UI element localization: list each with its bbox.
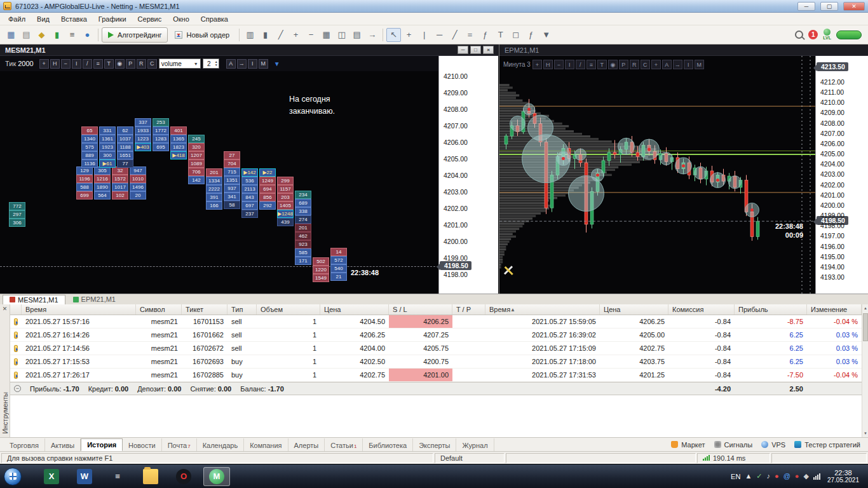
chart-toolbar-button[interactable]: ◉ bbox=[115, 59, 125, 69]
toolbox-tab-Статьи[interactable]: Статьи1 bbox=[325, 438, 363, 451]
network-icon[interactable] bbox=[813, 473, 820, 480]
chart-toolbar-button[interactable]: I bbox=[684, 60, 693, 69]
toolbox-tab-Журнал[interactable]: Журнал bbox=[456, 438, 494, 451]
taskbar-app-opera[interactable]: O bbox=[170, 467, 197, 486]
column-header[interactable]: Символ bbox=[136, 304, 182, 315]
column-header[interactable]: Цена bbox=[320, 304, 389, 315]
toolbox-tab-Алерты[interactable]: Алерты bbox=[288, 438, 325, 451]
chart-toolbar-button[interactable]: T bbox=[104, 59, 114, 69]
price-axis-epm21[interactable]: 4213.50 4198.50 4212.004211.004210.00420… bbox=[815, 56, 868, 294]
chart-toolbar-button[interactable]: → bbox=[673, 60, 682, 69]
profiles-icon[interactable]: ▤ bbox=[19, 28, 34, 42]
candle-chart-plot[interactable]: Минута 3 +H−I/≡T◉PRC+A→IM 22:38:4800:09 bbox=[499, 56, 815, 294]
volume-dropdown[interactable]: volume ▼ bbox=[159, 58, 201, 69]
toolbox-tab-Эксперты[interactable]: Эксперты bbox=[413, 438, 456, 451]
objects-dropdown-icon[interactable]: ▼ bbox=[539, 28, 553, 42]
history-row[interactable]: 2021.05.27 17:14:56mesm2116702672sell142… bbox=[10, 342, 862, 355]
start-button[interactable] bbox=[4, 468, 22, 485]
chart-toolbar-button[interactable]: + bbox=[39, 59, 49, 69]
footprint-chart-plot[interactable]: На сегодня заканчиваю. 22:38:48 77229730… bbox=[0, 71, 438, 294]
contacts-icon[interactable]: ● bbox=[80, 28, 95, 42]
autoscroll-icon[interactable]: → bbox=[365, 28, 379, 42]
chart-toolbar-button[interactable]: + bbox=[532, 60, 542, 69]
data-window-icon[interactable]: ≡ bbox=[65, 28, 79, 42]
price-axis-mesm21[interactable]: 4198.50 4210.004209.004208.004207.004206… bbox=[438, 56, 498, 294]
column-header[interactable]: Изменение bbox=[807, 304, 862, 315]
column-header[interactable]: Комиссия bbox=[668, 304, 735, 315]
menu-item[interactable]: Графики bbox=[93, 13, 132, 25]
chart-toolbar-button[interactable]: H bbox=[543, 60, 553, 69]
chart-toolbar-button[interactable]: C bbox=[641, 60, 650, 69]
collapse-summary-icon[interactable]: − bbox=[14, 385, 21, 392]
volume-spinner[interactable]: 2 ▲▼ bbox=[203, 58, 219, 69]
chart-toolbar-button[interactable]: M bbox=[695, 60, 704, 69]
text-tool-icon[interactable]: T bbox=[493, 28, 508, 42]
refresh-icon[interactable]: ◆ bbox=[34, 28, 49, 42]
bars-chart-icon[interactable]: ▥ bbox=[243, 28, 257, 42]
toolbox-button-tester[interactable]: Тестер стратегий bbox=[794, 441, 860, 449]
chart-toolbar-button[interactable]: − bbox=[61, 59, 71, 69]
menu-item[interactable]: Файл bbox=[3, 13, 31, 25]
indicators-icon[interactable]: ƒ bbox=[524, 28, 538, 42]
chart-toolbar-button[interactable]: A bbox=[226, 59, 236, 69]
toolbox-tab-Активы[interactable]: Активы bbox=[45, 438, 81, 451]
chart-toolbar-button[interactable]: P bbox=[619, 60, 628, 69]
chart-toolbar-button[interactable]: T bbox=[597, 60, 607, 69]
instruments-vertical-tab[interactable]: Инструменты bbox=[1, 392, 9, 433]
chart-toolbar-button[interactable]: P bbox=[126, 59, 135, 69]
search-icon[interactable] bbox=[795, 30, 803, 39]
history-row[interactable]: 2021.05.27 15:57:16mesm2116701153sell142… bbox=[10, 315, 862, 329]
history-row[interactable]: 2021.05.27 17:26:17mesm2116702885buy1420… bbox=[10, 369, 862, 382]
notification-badge[interactable]: 1 bbox=[808, 30, 818, 39]
shapes-tool-icon[interactable]: ◻ bbox=[508, 28, 523, 42]
chart-toolbar-button[interactable]: H bbox=[50, 59, 60, 69]
toolbox-button-signals[interactable]: Сигналы bbox=[714, 441, 753, 449]
cascade-windows-icon[interactable]: ◫ bbox=[334, 28, 349, 42]
chart-title-mesm21[interactable]: MESM21,M1 ─ □ × bbox=[0, 44, 499, 56]
crosshair-icon[interactable]: + bbox=[402, 28, 416, 42]
column-header[interactable]: Тикет bbox=[182, 304, 227, 315]
taskbar-app-excel[interactable]: X bbox=[38, 467, 65, 486]
channel-tool-icon[interactable]: = bbox=[463, 28, 477, 42]
menu-item[interactable]: Окно bbox=[167, 13, 195, 25]
chart-toolbar-button[interactable]: I bbox=[72, 59, 81, 69]
algo-trading-button[interactable]: Алготрейдинг bbox=[102, 27, 168, 43]
chart-toolbar-button[interactable]: I bbox=[565, 60, 574, 69]
navigator-icon[interactable]: ▤ bbox=[349, 28, 364, 42]
line-chart-icon[interactable]: ╱ bbox=[273, 28, 288, 42]
column-header[interactable]: S / L bbox=[389, 304, 452, 315]
column-header[interactable]: Время ▲ bbox=[485, 304, 600, 315]
column-header[interactable]: Цена bbox=[600, 304, 668, 315]
zoom-in-icon[interactable]: + bbox=[288, 28, 303, 42]
minimize-button[interactable]: ─ bbox=[797, 2, 815, 11]
chart-toolbar-button[interactable]: C bbox=[147, 59, 157, 69]
fibo-tool-icon[interactable]: ƒ bbox=[478, 28, 492, 42]
chart-toolbar-button[interactable]: R bbox=[137, 59, 146, 69]
toolbox-close-icon[interactable]: ✕ bbox=[3, 306, 8, 312]
security-check-icon[interactable]: ✓ bbox=[756, 473, 762, 480]
chart-toolbar-button[interactable]: ≡ bbox=[587, 60, 596, 69]
column-header[interactable]: Время bbox=[22, 304, 136, 315]
status-profile[interactable]: Default bbox=[435, 453, 505, 463]
taskbar-clock[interactable]: 22:38 27.05.2021 bbox=[827, 469, 859, 484]
column-header[interactable]: Объем bbox=[257, 304, 320, 315]
menu-item[interactable]: Вставка bbox=[55, 13, 93, 25]
menu-item[interactable]: Сервис bbox=[132, 13, 168, 25]
new-chart-icon[interactable]: ▦ bbox=[4, 28, 18, 42]
volume-icon[interactable]: ♪ bbox=[766, 473, 770, 480]
new-order-button[interactable]: Новый ордер bbox=[168, 27, 236, 43]
chart-restore-icon[interactable]: □ bbox=[470, 46, 481, 54]
column-header[interactable]: Прибыль bbox=[735, 304, 807, 315]
candles-chart-icon[interactable]: ▮ bbox=[258, 28, 273, 42]
alert-tray-icon[interactable]: ● bbox=[795, 473, 799, 480]
chart-toolbar-button[interactable]: → bbox=[237, 59, 247, 69]
taskbar-app-mt5[interactable]: M bbox=[203, 467, 230, 486]
maximize-button[interactable]: ▢ bbox=[820, 2, 838, 11]
taskbar-app-calculator[interactable]: ≡ bbox=[104, 467, 131, 486]
chart-toolbar-button[interactable]: M bbox=[259, 59, 268, 69]
chart-title-epm21[interactable]: EPM21,M1 bbox=[499, 44, 868, 56]
tile-windows-icon[interactable]: ▦ bbox=[319, 28, 334, 42]
scrollbar-thumb[interactable] bbox=[863, 313, 868, 341]
menu-item[interactable]: Вид bbox=[31, 13, 55, 25]
toolbox-tab-История[interactable]: История bbox=[81, 438, 123, 451]
